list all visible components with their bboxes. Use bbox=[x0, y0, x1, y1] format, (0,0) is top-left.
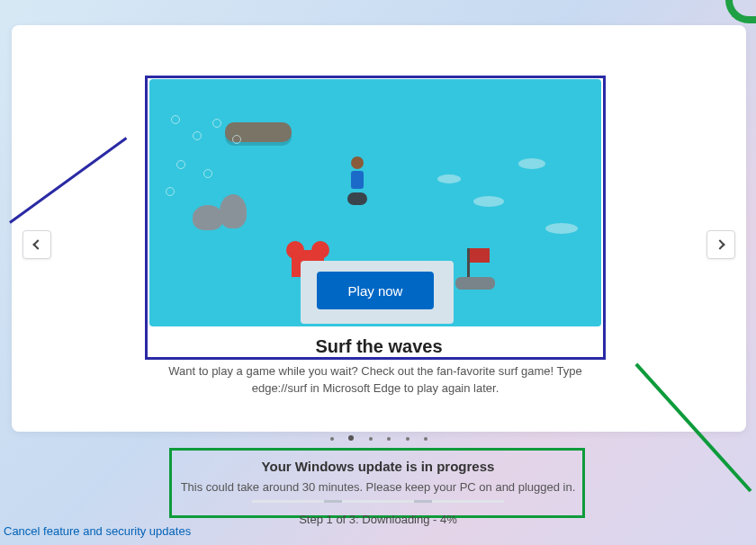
carousel-dot-3[interactable] bbox=[387, 437, 391, 441]
decorative-annotation-curve bbox=[725, 0, 756, 23]
carousel-next-button[interactable] bbox=[706, 230, 735, 259]
update-status-title: Your Windows update is in progress bbox=[0, 459, 756, 474]
cancel-updates-link[interactable]: Cancel feature and security updates bbox=[4, 524, 191, 538]
chevron-right-icon bbox=[715, 239, 724, 249]
carousel-dot-0[interactable] bbox=[330, 437, 334, 441]
carousel-description: Want to play a game while you wait? Chec… bbox=[149, 363, 601, 398]
update-progress-bar bbox=[252, 500, 504, 503]
carousel-dots bbox=[12, 428, 746, 444]
game-surfer-icon bbox=[347, 156, 367, 207]
carousel-dot-2[interactable] bbox=[369, 437, 373, 441]
play-now-button[interactable]: Play now bbox=[317, 272, 434, 309]
update-status-subtitle: This could take around 30 minutes. Pleas… bbox=[0, 480, 756, 494]
carousel-prev-button[interactable] bbox=[22, 230, 51, 259]
chevron-left-icon bbox=[32, 239, 42, 249]
game-rocks-icon bbox=[193, 194, 265, 230]
game-flag-icon bbox=[455, 248, 495, 290]
carousel-card: Play now Surf the waves Want to play a g… bbox=[12, 25, 746, 432]
carousel-title: Surf the waves bbox=[12, 336, 746, 357]
carousel-dot-1[interactable] bbox=[348, 435, 354, 441]
carousel-dot-4[interactable] bbox=[406, 437, 410, 441]
surf-game-illustration: Play now bbox=[149, 79, 601, 326]
carousel-dot-5[interactable] bbox=[424, 437, 428, 441]
annotation-line-blue bbox=[9, 137, 127, 223]
